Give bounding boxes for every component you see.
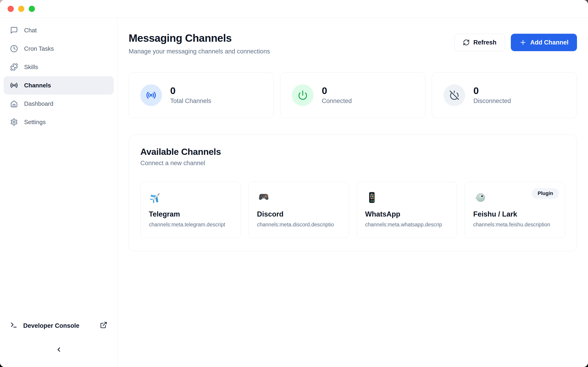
airplane-emoji	[149, 191, 162, 204]
sidebar-item-channels[interactable]: Channels	[4, 76, 114, 94]
channel-description: channels:meta.feishu.description	[473, 222, 557, 228]
refresh-button[interactable]: Refresh	[454, 34, 505, 51]
developer-console-link[interactable]: Developer Console	[0, 318, 117, 334]
sidebar-item-label: Skills	[24, 64, 38, 71]
sidebar-item-label: Channels	[24, 82, 51, 89]
refresh-icon	[463, 39, 470, 46]
available-channels-panel: Available Channels Connect a new channel	[129, 135, 577, 251]
available-channels-title: Available Channels	[140, 147, 565, 157]
stat-card-disconnected: 0 Disconnected	[432, 72, 577, 118]
channel-name: Feishu / Lark	[473, 210, 557, 218]
radio-icon	[140, 84, 162, 106]
clock-icon	[10, 45, 18, 52]
titlebar	[0, 0, 588, 18]
channel-card-discord[interactable]: Discord channels:meta.discord.descriptio	[249, 182, 349, 238]
developer-console-label: Developer Console	[23, 322, 79, 329]
channel-card-feishu[interactable]: Plugin Feishu	[465, 182, 565, 238]
available-channels-subtitle: Connect a new channel	[140, 160, 565, 167]
sidebar-item-label: Cron Tasks	[24, 45, 54, 52]
power-icon	[292, 84, 313, 106]
stat-label: Disconnected	[473, 98, 511, 105]
radio-icon	[10, 81, 18, 89]
plugin-badge: Plugin	[532, 188, 559, 199]
sidebar-item-skills[interactable]: Skills	[4, 58, 114, 76]
sidebar-footer: Developer Console	[0, 318, 117, 367]
chat-bubble-icon	[10, 26, 18, 34]
sidebar-item-label: Dashboard	[24, 100, 53, 107]
add-channel-button[interactable]: Add Channel	[511, 34, 577, 51]
stat-card-total-channels: 0 Total Channels	[129, 72, 274, 118]
sidebar: Chat Cron Tasks Skills	[0, 18, 118, 367]
channel-description: channels:meta.telegram.descript	[149, 222, 233, 228]
stat-card-connected: 0 Connected	[280, 72, 425, 118]
minimize-button[interactable]	[18, 6, 24, 12]
stat-label: Total Channels	[170, 98, 211, 105]
external-link-icon[interactable]	[100, 321, 107, 330]
sidebar-nav: Chat Cron Tasks Skills	[0, 21, 117, 131]
close-button[interactable]	[8, 6, 14, 12]
channel-description: channels:meta.whatsapp.descrip	[365, 222, 449, 228]
stat-value: 0	[473, 86, 511, 96]
chevron-left-icon	[55, 346, 62, 354]
sidebar-item-label: Chat	[24, 27, 37, 34]
sidebar-item-cron-tasks[interactable]: Cron Tasks	[4, 40, 114, 58]
channel-description: channels:meta.discord.descriptio	[257, 222, 341, 228]
game-controller-emoji	[257, 191, 270, 204]
channel-card-whatsapp[interactable]: WhatsApp channels:meta.whatsapp.descrip	[357, 182, 457, 238]
channel-card-telegram[interactable]: Telegram channels:meta.telegram.descript	[140, 182, 241, 238]
page-subtitle: Manage your messaging channels and conne…	[129, 48, 270, 55]
stat-label: Connected	[322, 98, 352, 105]
collapse-sidebar-button[interactable]	[52, 343, 66, 357]
power-off-icon	[443, 84, 465, 106]
sidebar-item-settings[interactable]: Settings	[4, 113, 114, 131]
channel-name: Discord	[257, 210, 341, 218]
sidebar-item-label: Settings	[24, 119, 46, 126]
sidebar-item-dashboard[interactable]: Dashboard	[4, 94, 114, 113]
channel-name: WhatsApp	[365, 210, 449, 218]
terminal-icon	[10, 321, 17, 330]
gear-icon	[10, 118, 18, 126]
channel-name: Telegram	[149, 210, 233, 218]
stat-value: 0	[322, 86, 352, 96]
page-title: Messaging Channels	[129, 32, 270, 44]
zoom-button[interactable]	[29, 6, 35, 12]
sidebar-item-chat[interactable]: Chat	[4, 21, 114, 40]
bird-emoji	[473, 191, 486, 204]
app-window: Chat Cron Tasks Skills	[0, 0, 588, 367]
main-content: Messaging Channels Manage your messaging…	[118, 18, 588, 367]
plus-icon	[519, 39, 527, 46]
puzzle-icon	[10, 63, 18, 71]
stat-value: 0	[170, 86, 211, 96]
home-icon	[10, 100, 18, 108]
mobile-phone-emoji	[365, 191, 379, 204]
